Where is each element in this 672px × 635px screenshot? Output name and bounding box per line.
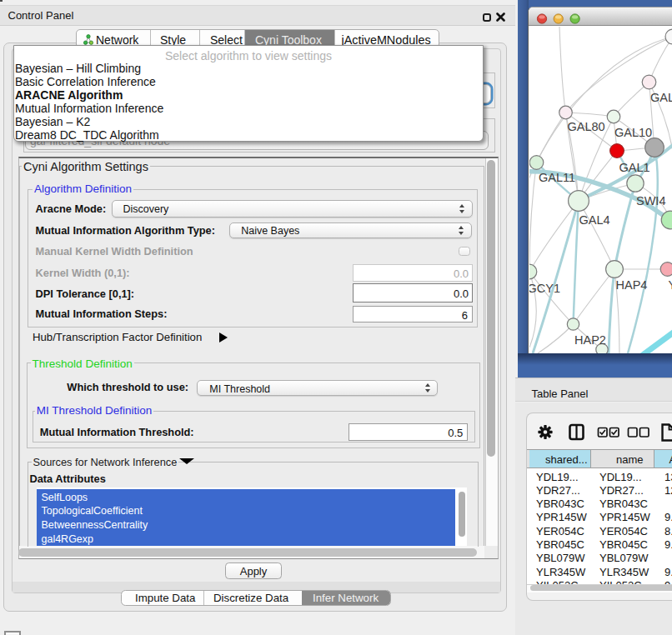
svg-text:Y: Y	[669, 278, 672, 292]
svg-text:HAP2: HAP2	[574, 333, 606, 347]
svg-text:GAL80: GAL80	[568, 120, 605, 133]
svg-text:GAL2: GAL2	[650, 91, 672, 104]
svg-text:GAL1: GAL1	[619, 161, 650, 174]
svg-text:GAL10: GAL10	[614, 126, 652, 139]
svg-text:GAL4: GAL4	[579, 213, 610, 227]
svg-text:SWI4: SWI4	[636, 194, 665, 208]
svg-text:HAP4: HAP4	[616, 278, 648, 292]
svg-text:GCY1: GCY1	[529, 282, 560, 295]
svg-text:GAL11: GAL11	[539, 171, 575, 184]
